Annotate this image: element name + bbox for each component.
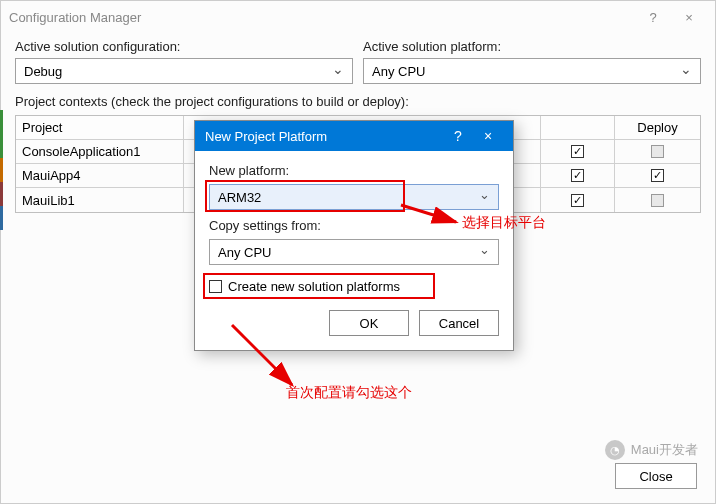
project-name: ConsoleApplication1 <box>16 140 184 163</box>
cancel-button[interactable]: Cancel <box>419 310 499 336</box>
copy-from-select[interactable]: Any CPU <box>209 239 499 265</box>
new-project-platform-dialog: New Project Platform ? × New platform: A… <box>194 120 514 351</box>
close-dialog-button[interactable]: Close <box>615 463 697 489</box>
modal-close-button[interactable]: × <box>473 128 503 144</box>
col-build <box>541 116 615 139</box>
create-new-platforms-label: Create new solution platforms <box>228 279 400 294</box>
close-button[interactable]: × <box>671 10 707 25</box>
titlebar: Configuration Manager ? × <box>1 1 715 33</box>
active-config-value: Debug <box>24 64 62 79</box>
new-platform-value: ARM32 <box>218 190 261 205</box>
col-deploy: Deploy <box>615 116 700 139</box>
deploy-checkbox <box>651 145 664 158</box>
build-checkbox[interactable] <box>571 194 584 207</box>
watermark: ◔ Maui开发者 <box>605 440 698 460</box>
copy-from-label: Copy settings from: <box>209 218 499 233</box>
col-project: Project <box>16 116 184 139</box>
left-decorative-strip <box>0 110 3 230</box>
active-platform-select[interactable]: Any CPU <box>363 58 701 84</box>
active-config-select[interactable]: Debug <box>15 58 353 84</box>
contexts-label: Project contexts (check the project conf… <box>15 94 715 109</box>
build-checkbox[interactable] <box>571 169 584 182</box>
watermark-text: Maui开发者 <box>631 441 698 459</box>
active-platform-value: Any CPU <box>372 64 425 79</box>
deploy-checkbox[interactable] <box>651 169 664 182</box>
active-config-label: Active solution configuration: <box>15 39 353 54</box>
copy-from-value: Any CPU <box>218 245 271 260</box>
ok-button[interactable]: OK <box>329 310 409 336</box>
project-name: MauiLib1 <box>16 188 184 212</box>
annotation-first-config: 首次配置请勾选这个 <box>286 384 412 402</box>
help-button[interactable]: ? <box>635 10 671 25</box>
build-checkbox[interactable] <box>571 145 584 158</box>
new-platform-select[interactable]: ARM32 <box>209 184 499 210</box>
modal-title-text: New Project Platform <box>205 129 327 144</box>
watermark-icon: ◔ <box>605 440 625 460</box>
annotation-select-target: 选择目标平台 <box>462 214 546 232</box>
active-platform-label: Active solution platform: <box>363 39 701 54</box>
modal-help-button[interactable]: ? <box>443 128 473 144</box>
deploy-checkbox <box>651 194 664 207</box>
new-platform-label: New platform: <box>209 163 499 178</box>
window-title: Configuration Manager <box>9 10 141 25</box>
project-name: MauiApp4 <box>16 164 184 187</box>
create-new-platforms-checkbox[interactable] <box>209 280 222 293</box>
modal-titlebar: New Project Platform ? × <box>195 121 513 151</box>
